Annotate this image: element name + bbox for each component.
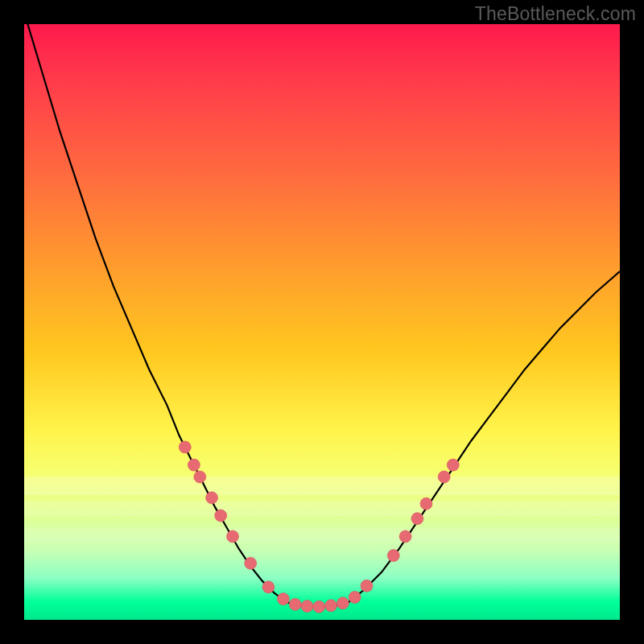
bead-marker — [188, 459, 200, 471]
bead-marker — [325, 600, 337, 612]
bead-marker — [215, 510, 227, 522]
bead-marker — [387, 550, 399, 562]
bead-marker — [349, 591, 361, 603]
plot-area — [24, 24, 620, 620]
bead-marker — [420, 497, 432, 510]
bead-marker — [411, 513, 423, 525]
bead-marker — [438, 471, 450, 483]
bead-marker — [399, 530, 411, 543]
bead-marker — [277, 593, 289, 605]
bead-marker — [361, 580, 373, 592]
bead-marker — [313, 601, 325, 613]
bead-marker — [336, 597, 349, 609]
watermark-text: TheBottleneck.com — [475, 3, 636, 25]
bead-marker — [289, 598, 301, 610]
bead-marker — [447, 459, 459, 471]
bead-marker — [194, 471, 206, 483]
bead-marker — [245, 557, 257, 569]
chart-svg — [24, 24, 620, 620]
bottleneck-curve — [24, 24, 620, 607]
chart-frame: TheBottleneck.com — [0, 0, 644, 644]
bead-marker — [301, 600, 313, 612]
bead-marker — [179, 441, 191, 453]
bead-markers — [179, 441, 459, 613]
bead-marker — [262, 581, 275, 593]
bead-marker — [227, 530, 239, 543]
bead-marker — [206, 492, 218, 504]
